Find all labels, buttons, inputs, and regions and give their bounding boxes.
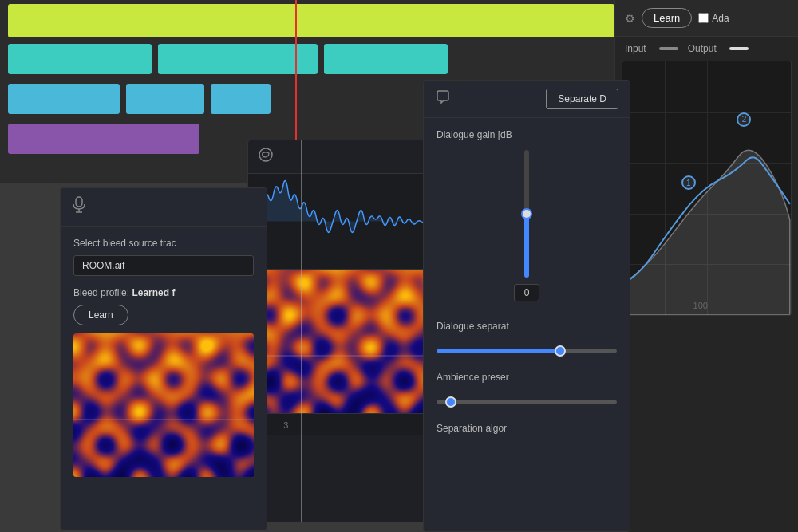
eq-node-2[interactable]: 2: [737, 112, 751, 127]
input-label: Input: [625, 43, 646, 54]
dialogue-header: Separate D: [424, 81, 630, 118]
eq-icon: ⚙: [625, 12, 635, 25]
track-row-teal: [8, 44, 448, 74]
bleed-panel: Select bleed source trac Bleed profile: …: [60, 187, 267, 530]
separation-slider[interactable]: [437, 349, 617, 353]
output-indicator: [729, 47, 749, 50]
waveform-chat-icon: [258, 147, 274, 167]
track-block-teal-2: [158, 44, 318, 74]
bleed-profile-value: Learned f: [132, 287, 175, 298]
bleed-profile-label: Bleed profile: Learned f: [73, 287, 254, 298]
eq-panel-header: ⚙ Learn Ada: [615, 0, 798, 37]
ambience-section: Ambience preser: [424, 364, 630, 415]
gain-slider-track: [524, 150, 529, 278]
bleed-spectrogram-canvas: [73, 333, 254, 477]
timeline-label-3: 3: [283, 420, 288, 430]
ambience-label: Ambience preser: [437, 372, 617, 383]
dialogue-icon: [435, 89, 451, 109]
ada-checkbox-container: Ada: [698, 13, 729, 24]
eq-io-labels: Input Output: [615, 37, 798, 61]
dialogue-gain-section: Dialogue gain [dB 0: [424, 118, 630, 313]
eq-node-2-label: 2: [742, 115, 747, 124]
track-block-purple: [8, 124, 200, 154]
dialogue-separation-section: Dialogue separat: [424, 313, 630, 364]
track-block-blue-1: [8, 84, 120, 114]
bleed-source-input[interactable]: [73, 255, 254, 276]
separate-button[interactable]: Separate D: [546, 89, 618, 109]
eq-node-1-label: 1: [686, 179, 691, 187]
eq-chart: 1 2 100: [622, 61, 792, 316]
eq-learn-button[interactable]: Learn: [642, 8, 692, 28]
track-block-blue-3: [211, 84, 271, 114]
track-block-teal-1: [8, 44, 152, 74]
output-label: Output: [688, 43, 717, 54]
ambience-slider[interactable]: [437, 400, 617, 404]
bleed-profile-prefix: Bleed profile:: [73, 287, 129, 298]
ada-checkbox[interactable]: [698, 13, 709, 23]
dialogue-gain-slider-container: 0: [437, 150, 617, 301]
gain-slider-fill: [524, 214, 529, 278]
svg-rect-2: [76, 197, 82, 207]
input-indicator: [659, 47, 678, 50]
bleed-content: Select bleed source trac Bleed profile: …: [61, 227, 267, 488]
gain-slider-thumb[interactable]: [521, 208, 532, 219]
bleed-spectrogram: [73, 333, 254, 477]
dialogue-gain-label: Dialogue gain [dB: [437, 129, 617, 140]
eq-panel: ⚙ Learn Ada Input Output: [614, 0, 798, 532]
ada-label: Ada: [712, 13, 729, 24]
eq-node-1[interactable]: 1: [681, 175, 696, 190]
bleed-header: [61, 188, 267, 227]
gain-value-box: 0: [514, 284, 540, 301]
eq-x-label: 100: [693, 301, 708, 310]
algo-section: Separation algor: [424, 415, 630, 451]
dialogue-separation-label: Dialogue separat: [437, 321, 617, 332]
track-row-purple: [8, 124, 200, 154]
track-block-blue-2: [126, 84, 204, 114]
algo-label: Separation algor: [437, 423, 617, 434]
track-row-blue: [8, 84, 271, 114]
select-bleed-label: Select bleed source trac: [73, 238, 254, 249]
mic-icon: [72, 196, 86, 218]
track-block-teal-3: [324, 44, 448, 74]
track-lime: [8, 4, 614, 37]
dialogue-panel: Separate D Dialogue gain [dB 0 Dialogue …: [423, 80, 630, 532]
svg-point-0: [259, 148, 272, 161]
eq-curves-svg: [622, 61, 791, 315]
bleed-learn-button[interactable]: Learn: [73, 305, 128, 325]
